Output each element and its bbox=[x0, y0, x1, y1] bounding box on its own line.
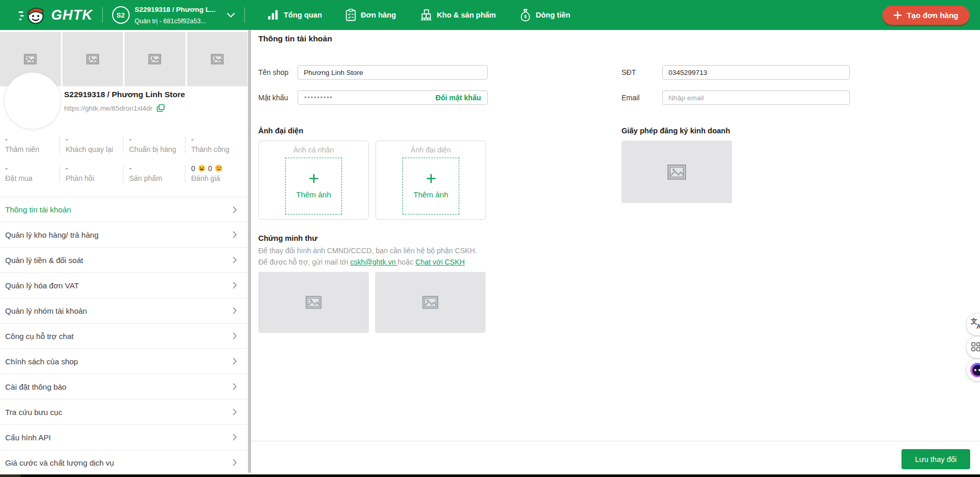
email-input[interactable] bbox=[662, 90, 850, 105]
image-placeholder-icon bbox=[666, 162, 687, 182]
password-label: Mật khẩu bbox=[258, 90, 288, 105]
cover-photo-placeholder bbox=[125, 32, 185, 86]
add-photo-label: Thêm ảnh bbox=[413, 190, 448, 199]
footer-divider bbox=[251, 441, 980, 441]
shop-name-label: Tên shop bbox=[258, 65, 288, 80]
stat-danh-gia: 0 0 Đánh giá bbox=[185, 162, 247, 185]
upload-personal-photo-card: Ảnh cá nhân Thêm ảnh bbox=[258, 141, 369, 220]
shop-avatar bbox=[4, 72, 61, 129]
chevron-right-icon bbox=[232, 231, 237, 238]
stat-khach-quay-lai: - Khách quay lại bbox=[59, 133, 123, 156]
sidebar-item-notification-settings[interactable]: Cài đặt thông báo bbox=[0, 374, 247, 399]
app: GHTK S2 S22919318 / Phương L... Quản trị… bbox=[0, 0, 980, 477]
stat-san-pham: - Sản phẩm bbox=[123, 162, 185, 185]
brand-text: GHTK bbox=[51, 7, 93, 23]
shop-url: https://ghtk.me/65dron1xl4dr bbox=[64, 104, 152, 112]
image-placeholder-icon bbox=[148, 52, 162, 66]
image-placeholder-icon bbox=[422, 294, 439, 311]
password-field[interactable]: ••••••••• Đổi mật khẩu bbox=[298, 90, 488, 105]
cover-photo-placeholder bbox=[187, 32, 248, 86]
upload-card-caption: Ảnh đại diện bbox=[376, 146, 486, 154]
add-personal-photo-button[interactable]: Thêm ảnh bbox=[285, 158, 342, 214]
chevron-right-icon bbox=[232, 332, 237, 340]
chevron-right-icon bbox=[232, 383, 237, 390]
ai-assistant-icon bbox=[970, 363, 980, 377]
warehouse-icon bbox=[420, 9, 432, 21]
image-placeholder-icon bbox=[86, 52, 100, 66]
nav-item-dong-tien[interactable]: $ Dòng tiền bbox=[520, 9, 570, 22]
license-section-title: Giấy phép đăng ký kinh doanh bbox=[621, 127, 730, 135]
cskh-email-link[interactable]: cskh@ghtk.vn bbox=[350, 258, 398, 266]
nav-label: Tổng quan bbox=[284, 11, 322, 19]
bar-chart-icon bbox=[268, 10, 279, 20]
chevron-right-icon bbox=[232, 206, 237, 213]
stat-thanh-cong: - Thành công bbox=[185, 133, 247, 156]
sidebar-item-account-group[interactable]: Quản lý nhóm tài khoản bbox=[0, 298, 247, 324]
business-license-placeholder bbox=[621, 141, 732, 203]
nav-label: Kho & sản phẩm bbox=[437, 11, 496, 19]
stat-phan-hoi: - Phản hồi bbox=[59, 162, 123, 185]
upload-avatar-photo-card: Ảnh đại diện Thêm ảnh bbox=[376, 141, 486, 220]
image-placeholder-icon bbox=[305, 294, 322, 311]
shop-badge: S2 bbox=[112, 6, 130, 24]
nav-item-kho-san-pham[interactable]: Kho & sản phẩm bbox=[420, 9, 496, 21]
shop-name-input[interactable] bbox=[298, 65, 488, 80]
order-checklist-icon bbox=[346, 9, 356, 21]
sidebar-item-shop-policy[interactable]: Chính sách của shop bbox=[0, 349, 247, 374]
sidebar-item-api-config[interactable]: Cấu hình API bbox=[0, 425, 247, 450]
sidebar-menu: Thông tin tài khoản Quản lý kho hàng/ tr… bbox=[0, 197, 247, 475]
sidebar-item-post-office-lookup[interactable]: Tra cứu bưu cục bbox=[0, 399, 247, 425]
email-label: Email bbox=[621, 90, 640, 105]
change-password-link[interactable]: Đổi mật khẩu bbox=[435, 94, 481, 102]
id-section-note-2: Để được hỗ trợ, gửi mail tới cskh@ghtk.v… bbox=[258, 258, 465, 266]
sad-face-icon bbox=[215, 164, 223, 172]
cover-photo-placeholder bbox=[63, 32, 123, 86]
shop-switcher[interactable]: S2 S22919318 / Phương L... Quản trị - 68… bbox=[112, 4, 236, 26]
shop-stats: - Thâm niên - Khách quay lại - Chuẩn bị … bbox=[0, 133, 247, 185]
happy-face-icon bbox=[198, 164, 206, 172]
grid-icon bbox=[971, 342, 980, 351]
money-bag-icon: $ bbox=[520, 9, 531, 22]
sidebar-item-warehouse-returns[interactable]: Quản lý kho hàng/ trả hàng bbox=[0, 222, 247, 248]
id-section-note-1: Để thay đổi hình ảnh CMND/CCCD, bạn cần … bbox=[258, 247, 477, 255]
nav-label: Dòng tiền bbox=[536, 11, 570, 19]
phone-input[interactable] bbox=[662, 65, 850, 80]
screen-edge bbox=[0, 474, 980, 477]
avatar-section-title: Ảnh đại diện bbox=[258, 127, 303, 135]
main-content: Thông tin tài khoản Tên shop Mật khẩu ••… bbox=[251, 30, 980, 474]
sidebar-item-pricing-quality[interactable]: Giá cước và chất lượng dịch vụ bbox=[0, 450, 247, 475]
shop-name: S22919318 / Phương L... bbox=[135, 6, 216, 13]
stat-tham-nien: - Thâm niên bbox=[0, 133, 59, 156]
shop-role: Quản trị - 681c5f92a53... bbox=[135, 18, 206, 25]
plus-icon bbox=[894, 11, 901, 19]
sidebar-item-account-info[interactable]: Thông tin tài khoản bbox=[0, 197, 247, 222]
sidebar-item-money-reconciliation[interactable]: Quản lý tiền & đối soát bbox=[0, 248, 247, 273]
create-order-button[interactable]: Tạo đơn hàng bbox=[882, 6, 970, 25]
nav-item-don-hang[interactable]: Đơn hàng bbox=[346, 9, 396, 21]
ghtk-logo[interactable]: GHTK bbox=[19, 5, 93, 25]
sidebar-item-vat-invoice[interactable]: Quản lý hóa đơn VAT bbox=[0, 273, 247, 298]
chevron-right-icon bbox=[232, 307, 237, 314]
chevron-right-icon bbox=[232, 256, 237, 264]
chevron-right-icon bbox=[232, 459, 237, 466]
chevron-right-icon bbox=[232, 282, 237, 289]
navbar-divider bbox=[102, 7, 103, 23]
copy-icon[interactable] bbox=[157, 104, 165, 112]
ghtk-face-icon bbox=[19, 5, 46, 25]
image-placeholder-icon bbox=[23, 52, 37, 66]
save-changes-button[interactable]: Lưu thay đổi bbox=[901, 449, 970, 469]
create-order-label: Tạo đơn hàng bbox=[907, 11, 958, 20]
main-nav: Tổng quan Đơn hàng bbox=[268, 9, 570, 22]
chat-cskh-link[interactable]: Chat với CSKH bbox=[415, 258, 465, 266]
chevron-right-icon bbox=[232, 434, 237, 441]
stat-dat-mua: - Đặt mua bbox=[0, 162, 59, 185]
sidebar-item-chat-tools[interactable]: Công cụ hỗ trợ chat bbox=[0, 324, 247, 349]
svg-text:$: $ bbox=[524, 13, 526, 19]
navbar-divider bbox=[244, 7, 245, 23]
nav-item-tong-quan[interactable]: Tổng quan bbox=[268, 10, 322, 20]
image-placeholder-icon bbox=[210, 52, 224, 66]
top-navbar: GHTK S2 S22919318 / Phương L... Quản trị… bbox=[0, 0, 980, 30]
add-avatar-photo-button[interactable]: Thêm ảnh bbox=[402, 158, 459, 214]
sidebar: S22919318 / Phương Linh Store https://gh… bbox=[0, 30, 251, 474]
nav-label: Đơn hàng bbox=[361, 11, 396, 19]
